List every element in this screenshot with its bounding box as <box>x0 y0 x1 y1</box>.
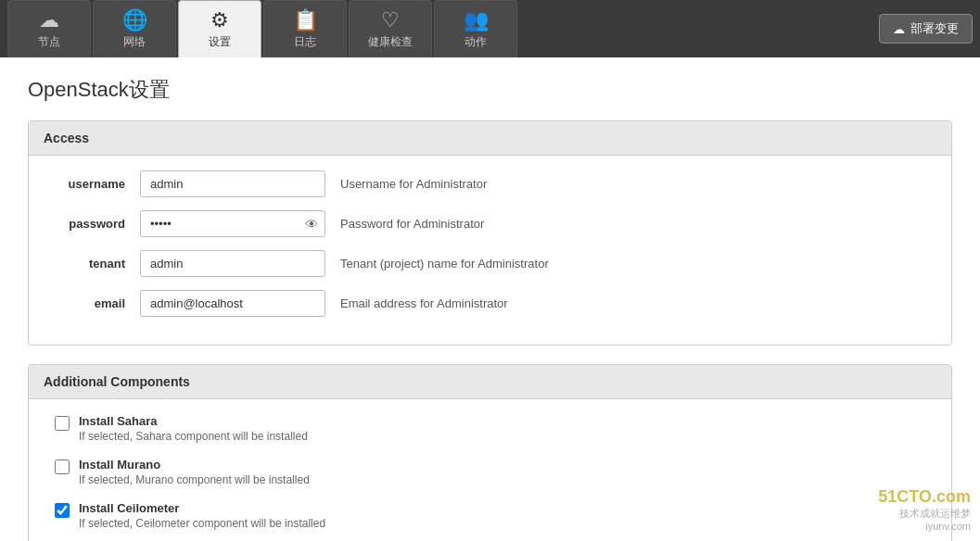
tenant-label: tenant <box>47 257 140 270</box>
email-label: email <box>47 296 140 310</box>
access-section-header: Access <box>29 121 951 156</box>
sahara-text: Install Sahara If selected, Sahara compo… <box>79 414 308 443</box>
page-title: OpenStack设置 <box>28 76 952 104</box>
username-hint: Username for Administrator <box>340 177 487 191</box>
username-row: username Username for Administrator <box>47 170 933 197</box>
tab-actions[interactable]: 👥 动作 <box>434 0 517 57</box>
email-input-wrap <box>140 290 325 317</box>
components-section-header: Additional Components <box>29 365 951 399</box>
cloud-icon: ☁ <box>893 22 905 36</box>
email-hint: Email address for Administrator <box>340 296 508 310</box>
tenant-hint: Tenant (project) name for Administrator <box>340 257 549 270</box>
watermark: 51CTO.com 技术成就运维梦 iyunv.com <box>878 487 971 532</box>
nodes-icon: ☁ <box>39 8 59 32</box>
access-section-body: username Username for Administrator pass… <box>29 156 951 345</box>
deploy-button[interactable]: ☁ 部署变更 <box>879 14 973 44</box>
actions-icon: 👥 <box>464 8 489 32</box>
murano-title: Install Murano <box>79 458 310 472</box>
tab-health-label: 健康检查 <box>368 34 413 50</box>
ceilometer-title: Install Ceilometer <box>79 501 325 515</box>
components-section: Additional Components Install Sahara If … <box>28 364 952 541</box>
tenant-input[interactable] <box>140 250 325 277</box>
tab-network-label: 网络 <box>123 34 146 50</box>
password-label: password <box>47 217 140 231</box>
sahara-desc: If selected, Sahara component will be in… <box>79 430 308 443</box>
tab-health[interactable]: ♡ 健康检查 <box>349 0 432 57</box>
tenant-row: tenant Tenant (project) name for Adminis… <box>47 250 933 277</box>
username-input-wrap <box>140 170 325 197</box>
access-section: Access username Username for Administrat… <box>28 120 952 346</box>
main-content: OpenStack设置 Access username Username for… <box>0 57 980 541</box>
sahara-title: Install Sahara <box>79 414 308 428</box>
watermark-line1: 51CTO.com <box>878 487 971 507</box>
tab-logs-label: 日志 <box>294 34 316 50</box>
username-label: username <box>47 177 140 191</box>
email-input[interactable] <box>140 290 325 317</box>
components-section-body: Install Sahara If selected, Sahara compo… <box>29 399 951 541</box>
murano-text: Install Murano If selected, Murano compo… <box>79 458 310 486</box>
top-nav: ☁ 节点 🌐 网络 ⚙ 设置 📋 日志 ♡ 健康检查 👥 动作 ☁ 部署变更 <box>0 0 980 57</box>
sahara-item: Install Sahara If selected, Sahara compo… <box>47 414 933 443</box>
murano-desc: If selected, Murano component will be in… <box>79 473 310 486</box>
sahara-checkbox[interactable] <box>55 416 70 431</box>
tab-network[interactable]: 🌐 网络 <box>93 0 176 57</box>
watermark-line3: iyunv.com <box>878 521 971 532</box>
settings-icon: ⚙ <box>210 8 229 32</box>
tab-logs[interactable]: 📋 日志 <box>263 0 347 57</box>
username-input[interactable] <box>140 170 325 197</box>
health-icon: ♡ <box>381 8 400 32</box>
tab-settings[interactable]: ⚙ 设置 <box>178 0 261 57</box>
deploy-button-label: 部署变更 <box>910 20 959 37</box>
password-input[interactable] <box>140 210 325 237</box>
ceilometer-desc: If selected, Ceilometer component will b… <box>79 517 325 530</box>
tab-nodes[interactable]: ☁ 节点 <box>7 0 91 57</box>
password-hint: Password for Administrator <box>340 217 484 231</box>
tenant-input-wrap <box>140 250 325 277</box>
murano-checkbox[interactable] <box>55 459 70 474</box>
password-row: password 👁 Password for Administrator <box>47 210 933 237</box>
murano-item: Install Murano If selected, Murano compo… <box>47 458 933 486</box>
tab-actions-label: 动作 <box>465 34 487 50</box>
ceilometer-item: Install Ceilometer If selected, Ceilomet… <box>47 501 933 530</box>
password-input-wrap: 👁 <box>140 210 325 237</box>
tab-settings-label: 设置 <box>209 34 231 50</box>
ceilometer-text: Install Ceilometer If selected, Ceilomet… <box>79 501 325 530</box>
email-row: email Email address for Administrator <box>47 290 933 317</box>
password-eye-button[interactable]: 👁 <box>303 215 320 233</box>
logs-icon: 📋 <box>293 8 318 32</box>
network-icon: 🌐 <box>122 8 147 32</box>
tab-nodes-label: 节点 <box>38 34 60 50</box>
ceilometer-checkbox[interactable] <box>55 503 70 518</box>
watermark-line2: 技术成就运维梦 <box>878 507 971 521</box>
